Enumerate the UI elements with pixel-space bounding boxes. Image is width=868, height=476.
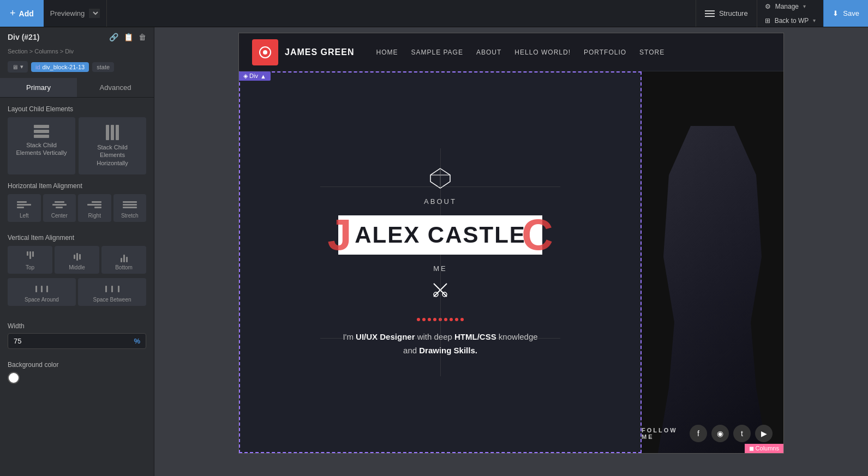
vertical-alignment-label: Vertical Item Alignment	[8, 234, 146, 242]
link-icon[interactable]: 🔗	[109, 33, 118, 41]
layout-grid: Stack Child Elements Vertically Stack Ch…	[0, 117, 154, 182]
align-center-label: Center	[51, 213, 68, 219]
tab-primary[interactable]: Primary	[0, 78, 77, 97]
id-row: 🖥 ▾ id div_block-21-13 state	[0, 59, 154, 78]
topbar-right: Structure ⚙ Manage ▾ ⊞ Back to WP ▾ ⬇ Sa…	[696, 0, 868, 27]
preview-section: Previewing	[44, 0, 107, 27]
canvas-area: JAMES GREEN HOME SAMPLE PAGE ABOUT HELLO…	[154, 27, 868, 476]
device-selector[interactable]: 🖥 ▾	[8, 61, 28, 73]
monitor-icon: 🖥	[12, 64, 18, 70]
stack-horizontal-icon	[106, 125, 119, 140]
div-label-text: ◈ Div	[243, 73, 258, 80]
align-space-between-label: Space Between	[93, 297, 131, 303]
manage-button[interactable]: ⚙ Manage ▾	[757, 0, 824, 13]
instagram-icon[interactable]: ◉	[711, 425, 729, 442]
hero-name-text: ALEX CASTLE	[355, 222, 526, 248]
breadcrumb: Section > Columns > Div	[0, 47, 154, 59]
hero-image: FOLLOW ME f ◉ t ▶	[642, 71, 783, 453]
nav-hello[interactable]: HELLO WORLD!	[514, 49, 571, 56]
align-space-between-button[interactable]: Space Between	[78, 278, 146, 306]
cross-lines	[240, 73, 640, 452]
align-space-between-icon	[105, 284, 119, 294]
align-middle-label: Middle	[69, 264, 85, 270]
align-middle-button[interactable]: Middle	[55, 246, 99, 274]
align-bottom-label: Bottom	[115, 264, 133, 270]
hero-name-container: J ALEX CASTLE C	[338, 215, 542, 255]
background-color-section: Background color	[0, 357, 154, 391]
hero-dots	[417, 318, 464, 321]
align-left-button[interactable]: Left	[8, 194, 41, 222]
previewing-label: Previewing	[50, 9, 85, 17]
manage-group: ⚙ Manage ▾ ⊞ Back to WP ▾	[757, 0, 824, 27]
align-space-around-button[interactable]: Space Around	[8, 278, 76, 306]
width-unit: %	[128, 334, 146, 348]
manage-label: Manage	[775, 3, 799, 10]
stack-horizontal-label: Stack Child Elements Horizontally	[84, 143, 141, 167]
nav-portfolio[interactable]: PORTFOLIO	[584, 49, 626, 56]
save-button[interactable]: ⬇ Save	[823, 0, 868, 27]
youtube-icon[interactable]: ▶	[755, 425, 773, 442]
left-panel: Div (#21) 🔗 📋 🗑 Section > Columns > Div …	[0, 27, 154, 476]
structure-button[interactable]: Structure	[696, 0, 757, 27]
preview-dropdown[interactable]	[89, 9, 100, 18]
social-icons: f ◉ t ▶	[690, 425, 773, 442]
tab-advanced[interactable]: Advanced	[77, 78, 154, 97]
stack-vertical-label: Stack Child Elements Vertically	[13, 141, 70, 157]
panel-header: Div (#21) 🔗 📋 🗑	[0, 27, 154, 47]
id-value: div_block-21-13	[43, 64, 85, 70]
person-silhouette	[658, 126, 767, 453]
site-logo: JAMES GREEN	[252, 39, 354, 65]
panel-header-icons: 🔗 📋 🗑	[109, 33, 146, 41]
align-left-label: Left	[20, 213, 29, 219]
width-label: Width	[8, 322, 146, 330]
nav-home[interactable]: HOME	[376, 49, 398, 56]
nav-about[interactable]: ABOUT	[476, 49, 501, 56]
hero-letter-j: J	[327, 213, 352, 257]
stack-vertical-option[interactable]: Stack Child Elements Vertically	[8, 117, 75, 174]
align-center-button[interactable]: Center	[43, 194, 76, 222]
align-center-icon	[52, 200, 67, 210]
horizontal-alignment-label: Horizontal Item Alignment	[8, 182, 146, 190]
width-input[interactable]	[8, 334, 128, 348]
twitter-icon[interactable]: t	[733, 425, 751, 442]
bg-color-row	[8, 372, 146, 384]
save-icon: ⬇	[833, 9, 839, 17]
width-input-row: %	[8, 333, 146, 349]
align-space-around-icon	[35, 284, 49, 294]
hero-content: ◈ Div ▲	[239, 71, 642, 453]
site-frame: JAMES GREEN HOME SAMPLE PAGE ABOUT HELLO…	[238, 33, 784, 454]
id-badge[interactable]: id div_block-21-13	[31, 62, 89, 72]
site-header: JAMES GREEN HOME SAMPLE PAGE ABOUT HELLO…	[239, 33, 783, 71]
id-label: id	[35, 64, 40, 70]
align-right-label: Right	[88, 213, 101, 219]
chevron-icon: ▾	[20, 63, 23, 70]
align-stretch-button[interactable]: Stretch	[113, 194, 147, 222]
add-button[interactable]: + Add	[0, 0, 44, 27]
copy-icon[interactable]: 📋	[124, 33, 133, 41]
nav-store[interactable]: STORE	[639, 49, 665, 56]
nav-sample[interactable]: SAMPLE PAGE	[411, 49, 463, 56]
hero-me-text: ME	[433, 264, 447, 273]
align-top-button[interactable]: Top	[8, 246, 52, 274]
facebook-icon[interactable]: f	[690, 425, 707, 442]
stack-horizontal-option[interactable]: Stack Child Elements Horizontally	[79, 117, 146, 174]
canvas-inner: JAMES GREEN HOME SAMPLE PAGE ABOUT HELLO…	[154, 27, 868, 476]
delete-icon[interactable]: 🗑	[139, 33, 146, 41]
wp-icon: ⊞	[765, 17, 770, 25]
align-top-label: Top	[26, 264, 34, 270]
hero-scissors-icon	[432, 281, 449, 300]
bg-color-swatch[interactable]	[8, 372, 20, 384]
state-badge[interactable]: state	[92, 62, 114, 72]
vertical-alignment-row-2: Space Around Space Between	[8, 278, 146, 306]
align-bottom-button[interactable]: Bottom	[101, 246, 146, 274]
div-up-icon: ▲	[260, 73, 266, 80]
align-bottom-icon	[117, 251, 131, 262]
plus-icon: +	[10, 8, 16, 19]
hero-diamond	[429, 167, 451, 191]
align-right-button[interactable]: Right	[78, 194, 111, 222]
follow-text: FOLLOW ME	[642, 427, 683, 440]
chevron-down-icon: ▾	[803, 3, 806, 9]
back-to-wp-label: Back to WP	[775, 17, 809, 25]
topbar: + Add Previewing Structure ⚙ Manage ▾ ⊞ …	[0, 0, 868, 27]
back-to-wp-button[interactable]: ⊞ Back to WP ▾	[757, 14, 824, 27]
